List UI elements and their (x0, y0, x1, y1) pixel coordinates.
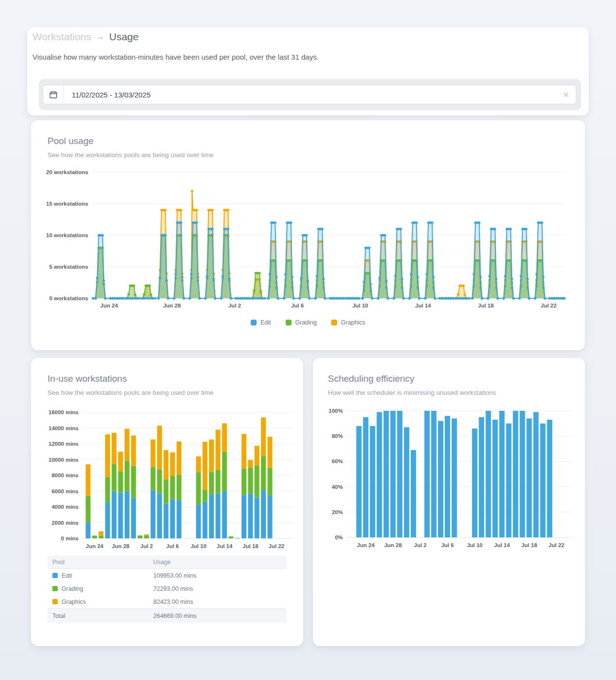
scheduling-title: Scheduling efficiency (328, 373, 414, 384)
svg-text:Jul 10: Jul 10 (191, 543, 207, 549)
svg-text:Jun 24: Jun 24 (100, 303, 118, 308)
total-usage-value: 264669.00 mins (153, 613, 287, 619)
svg-text:0 mins: 0 mins (61, 535, 79, 541)
breadcrumb-workstations[interactable]: Workstations (32, 31, 91, 43)
legend-item-edit[interactable]: Edit (251, 319, 271, 326)
svg-text:Jul 14: Jul 14 (494, 542, 510, 548)
legend-label: Edit (260, 319, 271, 326)
usage-table-header: Pool Usage (48, 556, 287, 569)
table-row-graphics: Graphics 82423.00 mins (48, 595, 287, 608)
svg-text:14000 mins: 14000 mins (49, 425, 79, 431)
scheduling-efficiency-card: Scheduling efficiency How well the sched… (313, 358, 585, 646)
pool-name: Edit (62, 572, 72, 579)
svg-text:Jul 2: Jul 2 (414, 542, 426, 548)
svg-text:Jul 14: Jul 14 (216, 543, 232, 549)
svg-text:Jun 28: Jun 28 (384, 542, 402, 548)
svg-text:Jul 22: Jul 22 (541, 303, 557, 308)
date-range-bar: 11/02/2025 - 13/03/2025 × (39, 79, 581, 110)
svg-text:Jul 6: Jul 6 (166, 543, 179, 549)
pool-usage-chart: 20 workstations15 workstations10 worksta… (40, 168, 576, 311)
pool-usage-title: Pool usage (48, 136, 94, 146)
pool-usage-legend: Edit Grading Graphics (31, 319, 585, 326)
edit-swatch-icon (251, 320, 257, 325)
svg-text:40%: 40% (332, 484, 343, 490)
date-range-input[interactable]: 11/02/2025 - 13/03/2025 (64, 91, 576, 99)
svg-text:Jul 2: Jul 2 (140, 543, 153, 549)
svg-text:12000 mins: 12000 mins (49, 441, 79, 447)
legend-label: Graphics (341, 319, 365, 326)
pool-column-header: Pool (48, 559, 153, 566)
svg-text:Jul 10: Jul 10 (467, 542, 483, 548)
breadcrumb: Workstations → Usage (32, 31, 139, 43)
grading-swatch-icon (286, 320, 292, 325)
svg-text:10000 mins: 10000 mins (49, 457, 79, 463)
pool-name: Grading (62, 585, 83, 592)
svg-text:2000 mins: 2000 mins (51, 520, 79, 526)
date-range-picker[interactable]: 11/02/2025 - 13/03/2025 × (43, 85, 576, 104)
svg-text:20%: 20% (332, 509, 343, 515)
table-row-edit: Edit 109953.00 mins (48, 569, 287, 582)
svg-text:Jul 22: Jul 22 (549, 542, 565, 548)
graphics-swatch-icon (52, 599, 58, 604)
legend-item-grading[interactable]: Grading (286, 319, 317, 326)
svg-text:Jul 6: Jul 6 (291, 303, 304, 308)
in-use-subtitle: See how the workstations pools are being… (48, 389, 213, 396)
svg-text:0%: 0% (335, 534, 343, 540)
pool-usage-card: Pool usage See how the workstations pool… (31, 120, 585, 350)
svg-text:Jun 28: Jun 28 (112, 543, 130, 549)
svg-text:20 workstations: 20 workstations (46, 169, 88, 175)
svg-text:60%: 60% (332, 458, 343, 464)
in-use-chart: 16000 mins14000 mins12000 mins10000 mins… (39, 402, 296, 552)
svg-text:Jul 18: Jul 18 (478, 303, 494, 308)
svg-text:Jul 6: Jul 6 (441, 542, 454, 548)
pool-usage-value: 72293.00 mins (153, 585, 287, 592)
scheduling-chart: 100%80%60%40%20%0%Jun 24Jun 28Jul 2Jul 6… (321, 402, 578, 552)
pool-name: Graphics (62, 599, 86, 605)
page-title: Usage (109, 31, 139, 43)
svg-text:Jul 18: Jul 18 (243, 543, 259, 549)
svg-text:100%: 100% (329, 408, 343, 414)
svg-text:6000 mins: 6000 mins (51, 488, 79, 494)
svg-text:Jul 14: Jul 14 (415, 303, 431, 308)
graphics-swatch-icon (331, 320, 337, 325)
usage-table: Pool Usage Edit 109953.00 mins Grading 7… (48, 556, 287, 623)
svg-text:Jul 18: Jul 18 (521, 542, 537, 548)
svg-text:Jul 10: Jul 10 (352, 303, 368, 308)
edit-swatch-icon (52, 573, 58, 578)
in-use-workstations-card: In-use workstations See how the workstat… (31, 358, 303, 646)
svg-text:Jun 28: Jun 28 (163, 303, 181, 308)
clear-date-icon[interactable]: × (563, 89, 569, 100)
svg-text:Jun 24: Jun 24 (86, 543, 104, 549)
pool-usage-value: 109953.00 mins (153, 572, 287, 579)
svg-text:10 workstations: 10 workstations (46, 232, 88, 238)
legend-item-graphics[interactable]: Graphics (331, 319, 365, 326)
svg-text:8000 mins: 8000 mins (51, 472, 79, 478)
table-row-total: Total 264669.00 mins (48, 608, 287, 623)
header-card: Workstations → Usage Visualise how many … (27, 27, 589, 115)
pool-usage-subtitle: See how the workstations pools are being… (48, 151, 213, 159)
svg-text:5 workstations: 5 workstations (49, 264, 88, 270)
page-description: Visualise how many workstation-minutes h… (32, 53, 319, 61)
svg-text:15 workstations: 15 workstations (46, 201, 88, 207)
pool-usage-value: 82423.00 mins (153, 599, 287, 605)
svg-text:4000 mins: 4000 mins (51, 504, 79, 510)
svg-text:80%: 80% (332, 433, 343, 439)
in-use-title: In-use workstations (48, 373, 127, 384)
svg-text:Jul 22: Jul 22 (269, 543, 285, 549)
legend-label: Grading (295, 319, 317, 326)
calendar-icon[interactable] (43, 85, 64, 104)
grading-swatch-icon (52, 586, 58, 591)
breadcrumb-arrow-icon: → (96, 32, 104, 42)
table-row-grading: Grading 72293.00 mins (48, 582, 287, 595)
svg-text:Jun 24: Jun 24 (357, 542, 375, 548)
total-label: Total (48, 613, 153, 619)
svg-text:16000 mins: 16000 mins (49, 409, 79, 415)
usage-column-header: Usage (153, 559, 287, 566)
svg-text:0 workstations: 0 workstations (49, 295, 88, 301)
svg-text:Jul 2: Jul 2 (228, 303, 241, 308)
scheduling-subtitle: How well the scheduler is minimising unu… (328, 389, 496, 396)
